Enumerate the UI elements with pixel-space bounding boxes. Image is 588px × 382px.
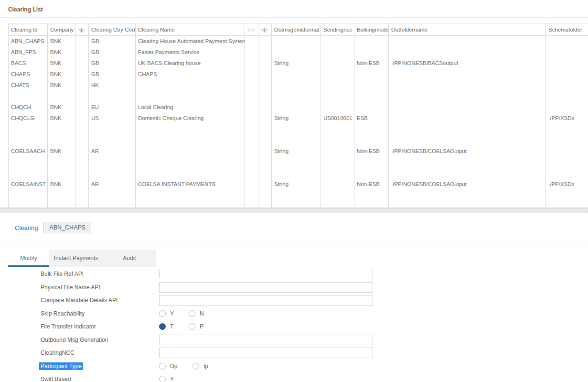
tab-modify[interactable]: Modify [8,250,49,267]
cell-spacer [75,69,89,80]
horizontal-scrollbar[interactable] [0,207,588,213]
cell-company: BNK [48,179,75,207]
cell-clearing-ctry-code: GB [89,47,136,58]
form-row-skip-reachability: Skip ReachabilityYN [0,307,588,320]
cell-clearing-ctry-code: GB [89,58,136,69]
cell-spacer [75,113,89,146]
radio-skip-reachability-n[interactable] [189,310,195,317]
radio-swift-based-y[interactable] [159,376,166,382]
clearing-field-label: Clearing [15,224,38,231]
cell-outfoldername [389,36,546,47]
table-row[interactable]: ABN_FPSBNKGBFaster Payments Service [9,47,588,58]
cell-spacer [75,102,89,113]
cell-company: BNK [48,36,75,47]
field-label-text: Bulk File Ref API [41,271,84,277]
radio-participant-type-dp[interactable] [159,363,166,370]
cell-schemafolder [546,80,588,102]
cell-clearing-name: Domestic Cheque Clearing [136,113,245,146]
column-resize-icon[interactable]: ◁▷ [247,28,255,33]
column-header-bulkingmode: Bulkingmode [354,23,389,36]
table-row[interactable]: CHATSBNKHK [9,80,588,102]
cell-clearing-ctry-code: GB [89,36,136,47]
form-row-participant-type: Participant TypeDpIp [0,360,588,373]
cell-outmsgemitformat: String [272,146,321,179]
column-header-clearing-id: Clearing Id [9,23,48,36]
radio-option-participant-type-ip: Ip [192,363,226,370]
column-resize-icon[interactable]: ◁▷ [78,28,85,33]
cell-outmsgemitformat: String [272,58,321,69]
form-row-bulk-file-ref-api: Bulk File Ref API [0,268,588,281]
radio-option-file-transfer-indicator-t: T [159,323,189,330]
cell-spacer [245,36,258,47]
compare-mandate-details-api-input[interactable] [159,295,373,306]
table-row[interactable]: ABN_CHAPSBNKGBClearing House Automated P… [9,36,588,47]
cell-bulkingmode: Non-ESB [354,58,389,69]
field-label-text: Swift Based [41,376,71,382]
cell-spacer [258,58,272,69]
cell-bulkingmode: Non-ESB [354,179,389,207]
clearing-id-value-box[interactable]: ABN_CHAPS [43,222,91,233]
table-row[interactable]: CHQCHBNKEULocal Clearing [9,102,588,113]
column-resize-icon[interactable]: ◁▷ [261,28,268,33]
table-row[interactable]: CHQCLGBNKUSDomestic Cheque ClearingStrin… [9,113,588,146]
cell-sendingncc [321,102,354,113]
cell-company: BNK [48,113,75,146]
cell-clearing-id: BACS [9,58,48,69]
form-row-file-transfer-indicator: File Transfer IndicatorTP [0,320,588,334]
radio-participant-type-ip[interactable] [192,363,199,370]
table-row[interactable]: CHAPSBNKGBCHAPS [9,69,588,80]
table-row[interactable]: BACSBNKGBUK BACS Clearing houseStringNon… [9,58,588,69]
tab-audit[interactable]: Audit [103,250,156,267]
bulk-file-ref-api-input[interactable] [159,269,373,278]
tab-instant-payments[interactable]: Instant Payments [49,250,103,267]
cell-spacer [75,80,89,102]
form-row-clearingncc: ClearingNCC [0,347,588,360]
cell-company: BNK [48,80,75,102]
cell-spacer [75,47,89,58]
cell-clearing-ctry-code: US [89,113,136,146]
radio-label: Dp [170,363,177,370]
radio-label: P [200,323,203,330]
field-label-text: ClearingNCC [41,349,75,356]
table-row[interactable]: COELSAACHBNKARStringNon-ESB./PP/NONESB/C… [9,146,588,179]
radio-file-transfer-indicator-t[interactable] [159,323,166,330]
cell-spacer [245,58,258,69]
column-header-outfoldername: Outfoldername [389,23,546,36]
cell-outmsgemitformat [272,102,321,113]
cell-sendingncc [321,80,354,102]
column-resize-header: ◁▷ [75,23,89,36]
cell-spacer [75,146,89,179]
radio-option-swift-based-y: Y [159,376,189,382]
clearing-list-section: Clearing List Clearing IdCompany◁▷Cleari… [0,0,588,213]
cell-company: BNK [48,58,75,69]
radio-file-transfer-indicator-p[interactable] [189,323,195,330]
table-row[interactable]: COELSAINSTBNKARCOELSA INSTANT PAYMENTSSt… [9,179,588,207]
form-row-compare-mandate-details-api: Compare Mandate Details API [0,294,588,307]
cell-spacer [245,80,258,102]
cell-schemafolder [546,58,588,69]
cell-clearing-name [136,146,245,179]
form-row-swift-based: Swift BasedY [0,373,588,382]
cell-spacer [258,36,272,47]
radio-label: Ip [203,363,208,370]
radio-skip-reachability-y[interactable] [159,310,166,317]
physical-file-name-api-input[interactable] [159,282,373,293]
cell-outmsgemitformat [272,69,321,80]
clearing-list-table: Clearing IdCompany◁▷Clearing Ctry CodeCl… [8,23,588,207]
cell-clearing-name: CHAPS [136,69,245,80]
clearingncc-input[interactable] [159,348,373,358]
cell-schemafolder [546,36,588,47]
cell-clearing-name: UK BACS Clearing house [136,58,245,69]
cell-sendingncc [321,69,354,80]
radio-option-file-transfer-indicator-p: P [189,323,218,330]
cell-bulkingmode: Non-ESB [354,146,389,179]
field-label-skip-reachability: Skip Reachability [41,310,159,317]
cell-clearing-id: ABN_FPS [9,47,48,58]
cell-outmsgemitformat [272,80,321,102]
cell-bulkingmode [354,69,389,80]
outbound-msg-generation-input[interactable] [159,335,373,345]
cell-clearing-id: ABN_CHAPS [9,36,48,47]
column-resize-header: ◁▷ [245,23,258,36]
radio-label: Y [170,310,174,317]
cell-bulkingmode: ESB [354,113,389,146]
